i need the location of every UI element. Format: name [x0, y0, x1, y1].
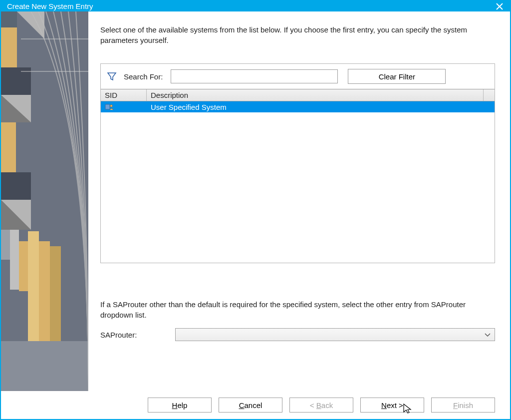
svg-rect-18 [39, 241, 50, 341]
saprouter-note: If a SAProuter other than the default is… [100, 299, 495, 320]
next-button[interactable]: Next > [360, 398, 424, 413]
systems-panel: Search For: Clear Filter SID Description [100, 63, 495, 263]
svg-rect-11 [1, 172, 31, 200]
body: Select one of the available systems from… [1, 11, 510, 419]
systems-table: SID Description [101, 89, 495, 263]
user-system-icon [105, 103, 114, 111]
column-header-scroll [484, 89, 495, 101]
footer-buttons: Help Cancel < Back Next > Finish [1, 391, 510, 419]
chevron-down-icon [485, 331, 491, 339]
help-label-u: H [172, 401, 178, 410]
titlebar: Create New System Entry [1, 1, 510, 11]
finish-button: Finish [431, 398, 495, 413]
next-label-rest: ext [387, 401, 397, 410]
back-button: < Back [289, 398, 353, 413]
intro-text: Select one of the available systems from… [100, 24, 495, 45]
cancel-label-u: C [239, 401, 245, 410]
svg-rect-14 [1, 230, 10, 260]
window-title: Create New System Entry [7, 2, 93, 10]
filter-row: Search For: Clear Filter [101, 67, 495, 89]
help-button[interactable]: Help [148, 398, 212, 413]
table-row[interactable]: User Specified System [101, 101, 495, 112]
table-body[interactable]: User Specified System [101, 101, 495, 263]
content-area: Select one of the available systems from… [88, 11, 510, 391]
back-label-rest: ack [321, 401, 333, 410]
svg-rect-16 [19, 241, 28, 291]
cell-description: User Specified System [147, 103, 495, 111]
table-header: SID Description [101, 89, 495, 101]
finish-label-rest: inish [458, 401, 473, 410]
column-header-sid[interactable]: SID [101, 89, 147, 101]
svg-point-25 [110, 105, 112, 107]
dialog-window: Create New System Entry [0, 0, 511, 420]
back-label-u: B [316, 401, 321, 410]
finish-label-u: F [453, 401, 458, 410]
svg-rect-15 [10, 230, 19, 290]
sidebar-decorative-image [1, 11, 88, 391]
svg-rect-6 [1, 27, 17, 67]
main-row: Select one of the available systems from… [1, 11, 510, 391]
cancel-button[interactable]: Cancel [219, 398, 282, 413]
saprouter-label: SAProuter: [100, 331, 170, 339]
svg-rect-3 [1, 11, 17, 27]
search-input[interactable] [171, 69, 338, 83]
svg-rect-24 [105, 104, 110, 109]
column-header-description[interactable]: Description [147, 89, 484, 101]
saprouter-row: SAProuter: [100, 328, 495, 341]
saprouter-dropdown[interactable] [175, 328, 495, 341]
svg-rect-10 [1, 122, 16, 172]
cell-sid [101, 103, 147, 111]
cancel-label-rest: ancel [244, 401, 262, 410]
svg-rect-17 [28, 231, 39, 341]
clear-filter-button[interactable]: Clear Filter [348, 69, 446, 84]
search-label: Search For: [124, 72, 163, 81]
filter-icon [106, 70, 118, 82]
close-icon[interactable] [495, 2, 504, 11]
svg-rect-22 [1, 341, 88, 391]
next-label-u: N [381, 401, 387, 410]
svg-marker-23 [108, 73, 116, 80]
svg-rect-19 [50, 246, 61, 341]
help-label-rest: elp [177, 401, 187, 410]
